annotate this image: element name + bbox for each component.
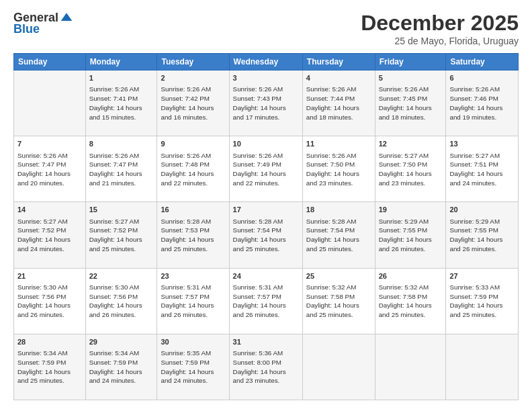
calendar-header-sunday: Sunday [14,54,86,71]
day-number: 10 [233,139,299,149]
logo-icon [60,11,73,24]
day-info: Sunrise: 5:27 AM Sunset: 7:52 PM Dayligh… [89,217,154,254]
calendar-cell: 26Sunrise: 5:32 AM Sunset: 7:58 PM Dayli… [375,268,446,334]
day-info: Sunrise: 5:34 AM Sunset: 7:59 PM Dayligh… [17,349,82,385]
calendar-cell: 30Sunrise: 5:35 AM Sunset: 7:59 PM Dayli… [157,334,229,400]
calendar-cell: 21Sunrise: 5:30 AM Sunset: 7:56 PM Dayli… [14,268,86,334]
day-number: 25 [306,271,371,281]
calendar-cell: 24Sunrise: 5:31 AM Sunset: 7:57 PM Dayli… [229,268,302,334]
day-info: Sunrise: 5:26 AM Sunset: 7:44 PM Dayligh… [306,85,371,122]
day-info: Sunrise: 5:26 AM Sunset: 7:42 PM Dayligh… [161,85,225,122]
calendar-header-monday: Monday [85,54,157,71]
day-number: 19 [379,205,443,215]
day-info: Sunrise: 5:29 AM Sunset: 7:55 PM Dayligh… [449,217,515,254]
day-number: 2 [161,73,225,83]
day-number: 26 [379,271,443,281]
calendar-cell [14,71,86,136]
day-number: 5 [379,73,443,83]
title-block: December 2025 25 de Mayo, Florida, Urugu… [361,11,519,46]
day-info: Sunrise: 5:32 AM Sunset: 7:58 PM Dayligh… [379,283,443,320]
calendar-cell: 13Sunrise: 5:27 AM Sunset: 7:51 PM Dayli… [446,136,519,202]
day-number: 20 [449,205,515,215]
day-number: 3 [233,73,299,83]
day-info: Sunrise: 5:30 AM Sunset: 7:56 PM Dayligh… [89,283,154,320]
day-number: 24 [233,271,299,281]
day-number: 7 [17,139,82,149]
day-number: 21 [17,271,82,281]
day-number: 1 [89,73,154,83]
day-info: Sunrise: 5:26 AM Sunset: 7:49 PM Dayligh… [233,151,299,188]
calendar-cell [302,334,375,400]
day-info: Sunrise: 5:26 AM Sunset: 7:48 PM Dayligh… [161,151,225,188]
day-info: Sunrise: 5:26 AM Sunset: 7:43 PM Dayligh… [233,85,299,122]
calendar-cell: 25Sunrise: 5:32 AM Sunset: 7:58 PM Dayli… [302,268,375,334]
day-number: 23 [161,271,225,281]
day-info: Sunrise: 5:30 AM Sunset: 7:56 PM Dayligh… [17,283,82,320]
calendar-cell: 14Sunrise: 5:27 AM Sunset: 7:52 PM Dayli… [14,202,86,268]
day-info: Sunrise: 5:29 AM Sunset: 7:55 PM Dayligh… [379,217,443,254]
day-info: Sunrise: 5:27 AM Sunset: 7:50 PM Dayligh… [379,151,443,188]
day-number: 17 [233,205,299,215]
logo: General Blue [13,11,73,36]
calendar-week-4: 21Sunrise: 5:30 AM Sunset: 7:56 PM Dayli… [14,268,519,334]
day-info: Sunrise: 5:26 AM Sunset: 7:45 PM Dayligh… [379,85,443,122]
day-number: 11 [306,139,371,149]
day-info: Sunrise: 5:28 AM Sunset: 7:54 PM Dayligh… [306,217,371,254]
calendar: SundayMondayTuesdayWednesdayThursdayFrid… [13,53,519,400]
calendar-cell: 1Sunrise: 5:26 AM Sunset: 7:41 PM Daylig… [85,71,157,136]
calendar-cell: 12Sunrise: 5:27 AM Sunset: 7:50 PM Dayli… [375,136,446,202]
calendar-cell: 7Sunrise: 5:26 AM Sunset: 7:47 PM Daylig… [14,136,86,202]
calendar-header-row: SundayMondayTuesdayWednesdayThursdayFrid… [14,54,519,71]
calendar-cell: 27Sunrise: 5:33 AM Sunset: 7:59 PM Dayli… [446,268,519,334]
calendar-cell [446,334,519,400]
calendar-cell [375,334,446,400]
svg-marker-0 [61,13,73,21]
calendar-cell: 4Sunrise: 5:26 AM Sunset: 7:44 PM Daylig… [302,71,375,136]
calendar-header-wednesday: Wednesday [229,54,302,71]
day-number: 18 [306,205,371,215]
calendar-week-1: 1Sunrise: 5:26 AM Sunset: 7:41 PM Daylig… [14,71,519,136]
day-number: 13 [449,139,515,149]
day-number: 15 [89,205,154,215]
day-number: 28 [17,337,82,347]
day-info: Sunrise: 5:35 AM Sunset: 7:59 PM Dayligh… [161,349,225,385]
calendar-cell: 5Sunrise: 5:26 AM Sunset: 7:45 PM Daylig… [375,71,446,136]
day-number: 30 [161,337,225,347]
subtitle: 25 de Mayo, Florida, Uruguay [361,36,519,46]
day-number: 14 [17,205,82,215]
month-title: December 2025 [361,11,519,36]
calendar-week-2: 7Sunrise: 5:26 AM Sunset: 7:47 PM Daylig… [14,136,519,202]
page: General Blue December 2025 25 de Mayo, F… [0,0,532,411]
day-number: 4 [306,73,371,83]
calendar-cell: 2Sunrise: 5:26 AM Sunset: 7:42 PM Daylig… [157,71,229,136]
day-info: Sunrise: 5:34 AM Sunset: 7:59 PM Dayligh… [89,349,154,385]
calendar-cell: 6Sunrise: 5:26 AM Sunset: 7:46 PM Daylig… [446,71,519,136]
day-info: Sunrise: 5:36 AM Sunset: 8:00 PM Dayligh… [233,349,299,385]
calendar-cell: 28Sunrise: 5:34 AM Sunset: 7:59 PM Dayli… [14,334,86,400]
calendar-cell: 10Sunrise: 5:26 AM Sunset: 7:49 PM Dayli… [229,136,302,202]
calendar-header-tuesday: Tuesday [157,54,229,71]
day-info: Sunrise: 5:26 AM Sunset: 7:46 PM Dayligh… [449,85,515,122]
header: General Blue December 2025 25 de Mayo, F… [13,11,519,46]
calendar-cell: 20Sunrise: 5:29 AM Sunset: 7:55 PM Dayli… [446,202,519,268]
calendar-week-3: 14Sunrise: 5:27 AM Sunset: 7:52 PM Dayli… [14,202,519,268]
day-info: Sunrise: 5:27 AM Sunset: 7:51 PM Dayligh… [449,151,515,188]
day-info: Sunrise: 5:31 AM Sunset: 7:57 PM Dayligh… [233,283,299,320]
day-info: Sunrise: 5:33 AM Sunset: 7:59 PM Dayligh… [449,283,515,320]
calendar-cell: 31Sunrise: 5:36 AM Sunset: 8:00 PM Dayli… [229,334,302,400]
calendar-cell: 19Sunrise: 5:29 AM Sunset: 7:55 PM Dayli… [375,202,446,268]
calendar-cell: 8Sunrise: 5:26 AM Sunset: 7:47 PM Daylig… [85,136,157,202]
calendar-cell: 22Sunrise: 5:30 AM Sunset: 7:56 PM Dayli… [85,268,157,334]
day-number: 9 [161,139,225,149]
calendar-cell: 11Sunrise: 5:26 AM Sunset: 7:50 PM Dayli… [302,136,375,202]
calendar-cell: 17Sunrise: 5:28 AM Sunset: 7:54 PM Dayli… [229,202,302,268]
calendar-cell: 9Sunrise: 5:26 AM Sunset: 7:48 PM Daylig… [157,136,229,202]
calendar-cell: 23Sunrise: 5:31 AM Sunset: 7:57 PM Dayli… [157,268,229,334]
day-number: 16 [161,205,225,215]
day-number: 6 [449,73,515,83]
calendar-header-friday: Friday [375,54,446,71]
day-info: Sunrise: 5:26 AM Sunset: 7:47 PM Dayligh… [89,151,154,188]
calendar-cell: 18Sunrise: 5:28 AM Sunset: 7:54 PM Dayli… [302,202,375,268]
day-info: Sunrise: 5:27 AM Sunset: 7:52 PM Dayligh… [17,217,82,254]
day-number: 29 [89,337,154,347]
